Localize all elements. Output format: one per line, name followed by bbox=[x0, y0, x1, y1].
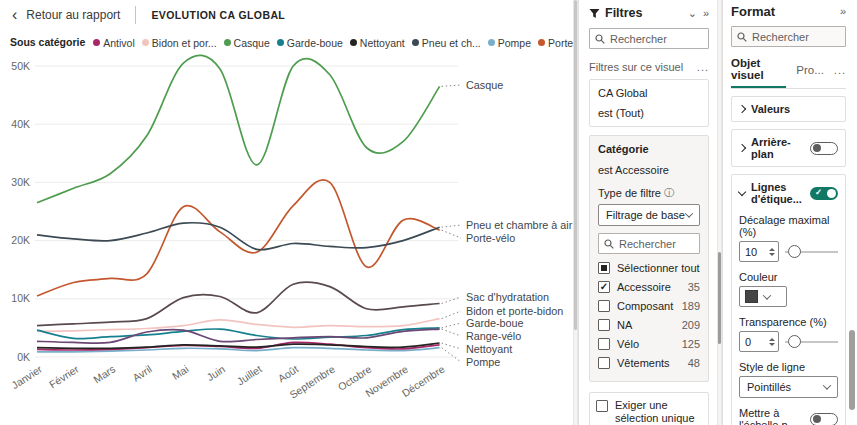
legend-item[interactable]: Bidon et por... bbox=[142, 37, 217, 49]
series-end-label: Nettoyant bbox=[466, 342, 512, 354]
legend-title: Sous catégorie bbox=[10, 36, 85, 48]
label-leader-line bbox=[442, 329, 461, 336]
legend-color-dot bbox=[488, 39, 495, 46]
legend-item-label: Bidon et por... bbox=[152, 37, 217, 49]
filter-condition: est (Tout) bbox=[598, 107, 700, 119]
legend-color-dot bbox=[412, 39, 419, 46]
filters-search-input[interactable] bbox=[610, 33, 703, 45]
legend-item-label: Casque bbox=[234, 37, 270, 49]
x-axis-month-label: Juillet bbox=[235, 362, 264, 387]
filter-card-ca-global[interactable]: CA Global est (Tout) bbox=[589, 79, 709, 127]
series-end-label: Sac d'hydratation bbox=[466, 290, 549, 302]
format-pane-scrollbar[interactable] bbox=[849, 0, 855, 425]
section-lignes-header[interactable]: Lignes d'étique... ✓ bbox=[739, 181, 838, 205]
series-line-sac-d-hydratation[interactable] bbox=[37, 282, 440, 326]
category-option-row[interactable]: ✓Accessoire35 bbox=[598, 280, 700, 295]
category-option-row[interactable]: Vélo125 bbox=[598, 337, 700, 352]
filters-search[interactable] bbox=[589, 28, 709, 49]
option-checkbox[interactable] bbox=[598, 300, 610, 312]
filter-type-dropdown[interactable]: Filtrage de base bbox=[598, 204, 700, 226]
back-to-report-link[interactable]: Retour au rapport bbox=[26, 8, 120, 22]
decalage-slider[interactable] bbox=[785, 245, 838, 259]
tab-objet-visuel[interactable]: Objet visuel bbox=[731, 57, 786, 88]
lignes-etiquettes-toggle[interactable]: ✓ bbox=[810, 187, 838, 200]
filters-pane-header: Filtres ⌄ » bbox=[589, 3, 709, 23]
legend-item-label: Pompe bbox=[498, 37, 531, 49]
filter-condition: est Accessoire bbox=[598, 164, 700, 176]
series-line-bidon-et-porte-bidon[interactable] bbox=[37, 318, 440, 331]
filter-field-name: CA Global bbox=[598, 87, 700, 99]
echelle-label: Mettre à l'échelle p... bbox=[739, 407, 804, 425]
series-line-casque[interactable] bbox=[37, 55, 440, 202]
legend-color-dot bbox=[224, 39, 231, 46]
legend-item[interactable]: Garde-boue bbox=[277, 37, 343, 49]
echelle-toggle[interactable] bbox=[810, 413, 838, 425]
couleur-label: Couleur bbox=[739, 271, 838, 283]
option-count: 48 bbox=[688, 357, 700, 369]
legend-item[interactable]: Porte-vélo bbox=[538, 37, 578, 49]
option-checkbox[interactable] bbox=[598, 319, 610, 331]
legend-color-dot bbox=[277, 39, 284, 46]
legend-item-label: Garde-boue bbox=[287, 37, 343, 49]
option-count: 189 bbox=[682, 300, 700, 312]
label-leader-line bbox=[442, 297, 461, 303]
decalage-input[interactable]: 10 bbox=[739, 241, 779, 262]
format-search-input[interactable] bbox=[752, 31, 840, 43]
legend-item[interactable]: Casque bbox=[224, 37, 270, 49]
collapse-pane-icon[interactable]: » bbox=[840, 5, 846, 17]
legend-item[interactable]: Pneu et ch... bbox=[412, 37, 481, 49]
category-option-row[interactable]: NA209 bbox=[598, 318, 700, 333]
label-leader-line bbox=[442, 323, 461, 328]
y-axis-tick-label: 30K bbox=[11, 175, 30, 187]
transparence-slider[interactable] bbox=[785, 335, 838, 349]
section-valeurs[interactable]: Valeurs bbox=[731, 96, 846, 122]
legend-item[interactable]: Pompe bbox=[488, 37, 531, 49]
couleur-dropdown[interactable] bbox=[739, 286, 787, 307]
spinner-arrows[interactable] bbox=[766, 242, 778, 261]
chevron-right-icon bbox=[738, 144, 746, 152]
arriere-plan-toggle[interactable] bbox=[810, 142, 838, 155]
require-single-selection-row[interactable]: Exiger une sélection unique bbox=[589, 392, 709, 425]
back-chevron-icon[interactable]: ‹ bbox=[12, 7, 17, 23]
category-search[interactable] bbox=[598, 233, 700, 254]
format-search[interactable] bbox=[731, 26, 846, 47]
option-checkbox[interactable] bbox=[598, 338, 610, 350]
chevron-down-icon bbox=[738, 188, 746, 196]
option-label: Vêtements bbox=[617, 357, 688, 369]
filter-card-categorie[interactable]: Catégorie est Accessoire Type de filtre … bbox=[589, 135, 709, 382]
category-search-input[interactable] bbox=[619, 238, 694, 250]
transparence-label: Transparence (%) bbox=[739, 316, 838, 328]
filters-pane: Filtres ⌄ » Filtres sur ce visuel ... CA… bbox=[578, 0, 717, 425]
legend-color-dot bbox=[142, 39, 149, 46]
category-option-row[interactable]: Composant189 bbox=[598, 299, 700, 314]
tab-proprietes[interactable]: Pro... bbox=[796, 64, 823, 81]
eraser-icon[interactable]: ⌄ bbox=[688, 7, 697, 20]
more-options-icon[interactable]: ... bbox=[697, 61, 709, 73]
option-label: Vélo bbox=[617, 338, 682, 350]
option-count: 125 bbox=[682, 338, 700, 350]
label-leader-line bbox=[442, 311, 461, 319]
transparence-input[interactable]: 0 bbox=[739, 331, 779, 352]
x-axis-month-label: Février bbox=[47, 362, 81, 390]
collapse-pane-icon[interactable]: » bbox=[703, 7, 709, 19]
select-all-checkbox[interactable] bbox=[598, 262, 610, 274]
category-option-row[interactable]: Vêtements48 bbox=[598, 356, 700, 371]
require-single-checkbox[interactable] bbox=[596, 400, 608, 412]
label-leader-line bbox=[442, 347, 461, 361]
spinner-arrows[interactable] bbox=[766, 332, 778, 351]
y-axis-tick-label: 0K bbox=[17, 350, 30, 362]
line-chart[interactable]: 0K10K20K30K40K50KJanvierFévrierMarsAvril… bbox=[0, 49, 578, 419]
legend-item[interactable]: Nettoyant bbox=[350, 37, 405, 49]
option-checkbox[interactable]: ✓ bbox=[598, 281, 610, 293]
section-arriere-plan[interactable]: Arrière-plan bbox=[731, 129, 846, 167]
style-ligne-dropdown[interactable]: Pointillés bbox=[739, 376, 838, 398]
legend-item[interactable]: Antivol bbox=[93, 37, 135, 49]
filter-type-label: Type de filtre ⓘ bbox=[598, 186, 700, 200]
select-all-row[interactable]: Sélectionner tout bbox=[598, 261, 700, 276]
option-checkbox[interactable] bbox=[598, 357, 610, 369]
legend-item-label: Pneu et ch... bbox=[422, 37, 481, 49]
chevron-down-icon bbox=[685, 209, 693, 217]
label-leader-line bbox=[442, 85, 461, 86]
more-tabs-icon[interactable]: ... bbox=[834, 64, 846, 81]
legend-items: AntivolBidon et por...CasqueGarde-boueNe… bbox=[93, 36, 578, 49]
